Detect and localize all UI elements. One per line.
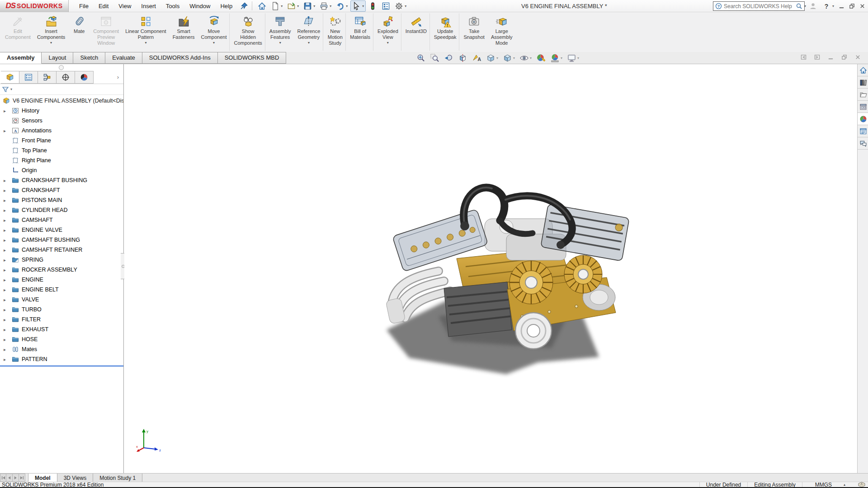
engine-3d-model[interactable] [371,181,660,384]
view-tool[interactable]: ▾ [519,53,533,63]
dropdown-arrow-icon[interactable]: ▾ [387,41,389,45]
ribbon-button[interactable]: TakeSnapshot ▾ [460,13,487,51]
expand-arrow-icon[interactable]: ▸ [4,208,10,213]
panel-tab[interactable] [1,71,19,84]
help-search-box[interactable]: ? ▾ [713,1,805,11]
ribbon-button[interactable]: NewMotionStudy ▾ [324,13,346,51]
tree-item-cylinder-head[interactable]: ▸ CYLINDER HEAD [0,205,123,215]
dropdown-arrow-icon[interactable]: ▾ [405,4,406,8]
command-tab-solidworks-add-ins[interactable]: SOLIDWORKS Add-Ins [142,52,218,64]
view-tool[interactable]: ▾ [535,53,547,63]
quick-button[interactable]: ▾ [285,0,301,12]
quick-button[interactable]: ▾ [367,0,379,12]
dropdown-arrow-icon[interactable]: ▾ [213,41,215,45]
restore-icon[interactable] [841,54,847,60]
view-tool[interactable]: ▾ [429,53,440,63]
tree-item-right-plane[interactable]: ▸ Right Plane [0,155,123,165]
nav-next-button[interactable] [13,474,19,482]
task-pane-tab[interactable] [858,64,868,76]
dropdown-arrow-icon[interactable]: ▾ [362,4,364,8]
dropdown-arrow-icon[interactable]: ▾ [330,4,331,8]
dropdown-arrow-icon[interactable]: ▾ [346,4,348,8]
tree-item-pistons-main[interactable]: ▸ PISTONS MAIN [0,195,123,205]
tree-item-turbo[interactable]: ▸ TURBO [0,305,123,314]
close-icon[interactable] [855,54,861,60]
quick-button[interactable]: ▾ [318,0,333,12]
command-tab-solidworks-mbd[interactable]: SOLIDWORKS MBD [218,52,287,64]
quick-button[interactable]: ▾ [393,0,408,12]
tree-item-filter[interactable]: ▸ FILTER [0,314,123,324]
view-tool[interactable]: A ▾ [471,53,482,63]
expand-arrow-icon[interactable]: ▸ [4,337,10,342]
pane-left-icon[interactable] [801,54,807,60]
dropdown-arrow-icon[interactable]: ▾ [50,41,52,45]
dropdown-arrow-icon[interactable]: ▾ [308,41,310,45]
bevel-gear-left[interactable] [509,261,553,304]
ribbon-button[interactable]: Mate ▾ [68,13,90,51]
panel-tab[interactable] [57,71,75,84]
tree-item-crankshaft[interactable]: ▸ CRANKSHAFT [0,185,123,195]
command-tab-evaluate[interactable]: Evaluate [105,52,142,64]
tree-item-crankshaft-bushing[interactable]: ▸ CRANKSHAFT BUSHING [0,175,123,185]
minimize-icon[interactable] [839,3,844,9]
user-icon[interactable] [809,2,817,10]
ribbon-button[interactable]: ReferenceGeometry ▾ [294,13,324,51]
menu-item[interactable]: View [113,1,136,11]
panel-expand-chevron-icon[interactable]: › [117,74,119,80]
tree-item-top-plane[interactable]: ▸ Top Plane [0,145,123,155]
view-tool[interactable]: ▾ [457,53,468,63]
document-tab-3d-views[interactable]: 3D Views [57,474,93,482]
dropdown-arrow-icon[interactable]: ▾ [313,4,315,8]
search-dropdown-arrow-icon[interactable]: ▾ [804,4,806,8]
expand-arrow-icon[interactable]: ▸ [4,108,10,113]
tree-item-engine[interactable]: ▸ ENGINE [0,275,123,285]
close-icon[interactable] [859,3,865,9]
command-tab-sketch[interactable]: Sketch [73,52,105,64]
expand-arrow-icon[interactable]: ▸ [4,218,10,223]
expand-arrow-icon[interactable]: ▸ [4,277,10,282]
ribbon-button[interactable]: ExplodedView ▾ [374,13,401,51]
tree-item-mates[interactable]: ▸ Mates [0,344,123,354]
menu-item[interactable]: Insert [136,1,161,11]
filter-dropdown-arrow-icon[interactable]: ▾ [10,87,12,91]
ribbon-button[interactable]: Bill ofMaterials ▾ [347,13,373,51]
command-tab-layout[interactable]: Layout [42,52,73,64]
view-tool[interactable]: ▾ [502,53,516,63]
panel-tab[interactable] [38,71,57,84]
ribbon-button[interactable]: AssemblyFeatures ▾ [266,13,294,51]
quick-button[interactable]: ▾ [350,0,366,12]
expand-arrow-icon[interactable]: ▸ [4,307,10,312]
dropdown-arrow-icon[interactable]: ▾ [496,56,498,60]
tree-item-rocker-assembly[interactable]: ▸ ROCKER ASSEMBLY [0,265,123,275]
ribbon-button[interactable]: Linear ComponentPattern ▾ [122,13,170,51]
magnifier-icon[interactable] [796,3,802,9]
expand-arrow-icon[interactable]: ▸ [4,267,10,272]
tree-item-spring[interactable]: ▸ SPRING [0,255,123,265]
view-tool[interactable]: ▾ [415,53,426,63]
help-dropdown-arrow-icon[interactable]: ▾ [832,4,834,8]
panel-tab[interactable] [75,71,94,84]
expand-arrow-icon[interactable]: ▸ [4,287,10,292]
expand-arrow-icon[interactable]: ▸ [4,188,10,193]
dropdown-arrow-icon[interactable]: ▾ [279,41,281,45]
expand-arrow-icon[interactable]: ▸ [4,258,10,263]
expand-arrow-icon[interactable]: ▸ [4,347,10,352]
task-pane-tab[interactable] [858,125,868,137]
quick-button[interactable]: ▾ [334,0,349,12]
document-tab-model[interactable]: Model [28,474,57,482]
minimize-icon[interactable] [828,54,834,60]
quick-button[interactable]: ▾ [380,0,392,12]
expand-arrow-icon[interactable]: ▸ [4,228,10,233]
expand-arrow-icon[interactable]: ▸ [4,327,10,332]
view-tool[interactable]: ▾ [485,53,499,63]
task-pane-tab[interactable] [858,89,868,101]
ribbon-button[interactable]: Instant3D ▾ [402,13,430,51]
task-pane-tab[interactable] [858,76,868,89]
nav-first-button[interactable] [0,474,6,482]
expand-arrow-icon[interactable]: ▸ [4,178,10,183]
command-tab-assembly[interactable]: Assembly [0,52,42,64]
expand-arrow-icon[interactable]: ▸ [4,297,10,302]
tree-item-exhaust[interactable]: ▸ EXHAUST [0,324,123,334]
ribbon-button[interactable]: SmartFasteners ▾ [170,13,198,51]
search-input[interactable] [724,3,794,9]
